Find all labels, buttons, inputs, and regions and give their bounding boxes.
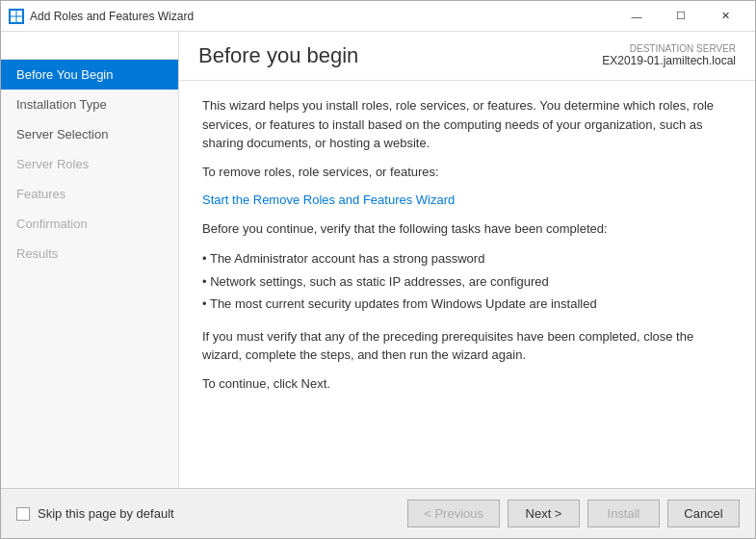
destination-value: EX2019-01.jamiltech.local	[602, 54, 736, 67]
sidebar-item-before-you-begin[interactable]: Before You Begin	[1, 60, 178, 90]
skip-checkbox-area: Skip this page by default	[16, 506, 174, 521]
bullet-item-3: The most current security updates from W…	[202, 293, 732, 316]
sidebar-item-confirmation: Confirmation	[1, 209, 178, 239]
footer-buttons: < Previous Next > Install Cancel	[407, 500, 740, 527]
destination-server-info: DESTINATION SERVER EX2019-01.jamiltech.l…	[602, 43, 736, 67]
main-body: This wizard helps you install roles, rol…	[179, 81, 755, 488]
footer-bar: Skip this page by default < Previous Nex…	[1, 488, 755, 538]
install-button[interactable]: Install	[587, 500, 660, 527]
remove-label: To remove roles, role services, or featu…	[202, 163, 732, 182]
cancel-button[interactable]: Cancel	[667, 500, 740, 527]
next-button[interactable]: Next >	[508, 500, 580, 527]
svg-rect-0	[11, 11, 16, 16]
sidebar-item-server-roles: Server Roles	[1, 149, 178, 179]
sidebar-header	[1, 32, 178, 60]
title-bar: Add Roles and Features Wizard — ☐ ✕	[1, 1, 755, 32]
continue-text: To continue, click Next.	[202, 374, 732, 394]
bullet-list: The Administrator account has a strong p…	[202, 247, 732, 316]
sidebar-item-features: Features	[1, 179, 178, 209]
remove-link[interactable]: Start the Remove Roles and Features Wiza…	[202, 192, 455, 207]
window-title: Add Roles and Features Wizard	[30, 10, 614, 23]
warning-text: If you must verify that any of the prece…	[202, 327, 732, 365]
previous-button[interactable]: < Previous	[407, 500, 500, 527]
sidebar-item-installation-type[interactable]: Installation Type	[1, 90, 178, 119]
sidebar-item-server-selection[interactable]: Server Selection	[1, 119, 178, 149]
main-content: Before you begin DESTINATION SERVER EX20…	[179, 32, 755, 488]
verify-label: Before you continue, verify that the fol…	[202, 219, 732, 239]
close-button[interactable]: ✕	[703, 1, 747, 32]
skip-label: Skip this page by default	[38, 506, 174, 521]
skip-checkbox[interactable]	[16, 507, 30, 521]
main-header: Before you begin DESTINATION SERVER EX20…	[179, 32, 755, 81]
svg-rect-3	[17, 16, 23, 22]
destination-label: DESTINATION SERVER	[602, 43, 736, 54]
bullet-item-2: Network settings, such as static IP addr…	[202, 270, 732, 294]
bullet-item-1: The Administrator account has a strong p…	[202, 247, 732, 270]
maximize-button[interactable]: ☐	[659, 1, 703, 32]
main-window: Add Roles and Features Wizard — ☐ ✕ Befo…	[0, 0, 756, 539]
content-area: Before You Begin Installation Type Serve…	[1, 32, 755, 488]
minimize-button[interactable]: —	[614, 1, 659, 32]
intro-text: This wizard helps you install roles, rol…	[202, 96, 732, 153]
window-controls: — ☐ ✕	[614, 1, 747, 32]
sidebar: Before You Begin Installation Type Serve…	[1, 32, 179, 488]
app-icon	[9, 9, 24, 24]
page-title: Before you begin	[198, 43, 358, 68]
sidebar-item-results: Results	[1, 239, 178, 269]
svg-rect-1	[17, 11, 23, 16]
svg-rect-2	[11, 16, 16, 22]
